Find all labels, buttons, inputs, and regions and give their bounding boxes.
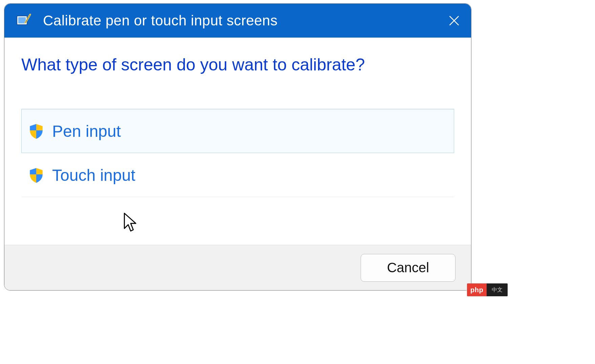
uac-shield-icon — [28, 167, 45, 184]
window-title: Calibrate pen or touch input screens — [43, 13, 444, 29]
option-list: Pen input Touch input — [21, 109, 454, 197]
badge-left: php — [467, 283, 487, 296]
titlebar: Calibrate pen or touch input screens — [4, 4, 471, 38]
option-label: Pen input — [52, 122, 121, 141]
tablet-calibration-icon — [15, 13, 31, 29]
dialog-content: What type of screen do you want to calib… — [4, 38, 471, 245]
close-icon — [447, 14, 461, 27]
close-button[interactable] — [444, 10, 464, 31]
option-label: Touch input — [52, 166, 135, 185]
cancel-label: Cancel — [387, 260, 429, 275]
calibration-dialog: Calibrate pen or touch input screens Wha… — [4, 3, 471, 291]
uac-shield-icon — [28, 123, 45, 140]
option-touch-input[interactable]: Touch input — [21, 153, 454, 197]
dialog-heading: What type of screen do you want to calib… — [21, 55, 454, 75]
option-pen-input[interactable]: Pen input — [21, 109, 454, 153]
watermark-badge: php 中文 — [467, 283, 508, 296]
badge-right: 中文 — [487, 283, 508, 296]
dialog-footer: Cancel — [4, 245, 471, 290]
cancel-button[interactable]: Cancel — [361, 254, 455, 282]
